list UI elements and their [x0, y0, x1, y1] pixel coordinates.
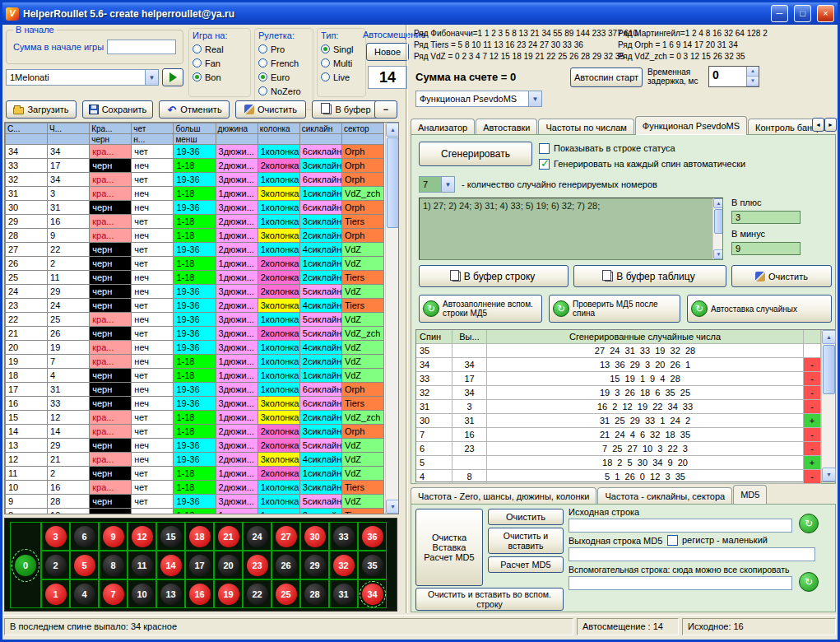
scrollbar-thumb[interactable] [714, 209, 723, 234]
close-button[interactable]: × [817, 5, 834, 22]
history-row[interactable]: 3317черннеч1-182дюжи...2колонка3сиклайнO… [6, 159, 384, 173]
md5-calc-button[interactable]: Расчет MD5 [488, 556, 564, 573]
board-cell[interactable]: 3 [41, 522, 70, 551]
board-cell[interactable]: 19 [214, 579, 243, 608]
play-button[interactable] [162, 68, 183, 86]
history-row[interactable]: 3234кра...чет19-363дюжи...1колонка6сикла… [6, 173, 384, 187]
bottom-tab[interactable]: MD5 [733, 485, 767, 504]
new-button[interactable]: Новое [366, 43, 409, 61]
md5-big-button[interactable]: Очистка Вставка Расчет MD5 [415, 509, 483, 586]
scroll-up-icon[interactable]: ▲ [713, 198, 723, 208]
history-row[interactable]: 2019кра...неч19-363дюжи...1колонка4сикла… [6, 341, 384, 355]
history-row[interactable]: 1221кра...неч19-362дюжи...3колонка4сикла… [6, 453, 384, 467]
copy-table-button[interactable]: В буфер таблицу [573, 265, 726, 287]
tab-scroll-left-icon[interactable]: ◄ [812, 118, 824, 132]
board-cell[interactable]: 12 [128, 522, 156, 551]
check-md5-button[interactable]: ↻ Проверить МД5 после спина [549, 295, 680, 323]
spins-row[interactable]: 71621 24 4 6 32 18 35- [416, 428, 834, 442]
board-cell[interactable]: 34 [358, 579, 387, 608]
history-row[interactable]: 2324чернчет19-362дюжи...3колонка4сиклайн… [6, 299, 384, 313]
history-row[interactable]: 2225кра...неч19-363дюжи...1колонка5сикла… [6, 313, 384, 327]
history-row[interactable]: 197кра...неч1-181дюжи...1колонка2сиклайн… [6, 355, 384, 369]
board-cell[interactable]: 10 [128, 579, 156, 608]
board-cell[interactable]: 29 [300, 551, 329, 579]
board-cell[interactable]: 9 [99, 522, 128, 551]
board-cell[interactable]: 7 [99, 579, 128, 608]
board-cell[interactable]: 4 [70, 579, 99, 608]
scroll-down-icon[interactable]: ▼ [386, 500, 399, 514]
delay-spinner[interactable]: 0 ▲ ▼ [708, 66, 759, 87]
board-cell[interactable]: 15 [156, 522, 185, 551]
board-cell[interactable]: 13 [156, 579, 185, 608]
history-row[interactable]: 810чернчет1-181дюжи...1колонка2сиклайнTi… [6, 509, 384, 515]
md5-clear-paste-button[interactable]: Очистить и вставить [488, 528, 564, 554]
history-row[interactable]: 1016кра...чет1-182дюжи...1колонка3сиклай… [6, 481, 384, 495]
history-row[interactable]: 1512кра...чет1-181дюжи...3колонка2сиклай… [6, 411, 384, 425]
recycle-source-button[interactable]: ↻ [799, 514, 819, 533]
top-tab[interactable]: Автоставки [476, 119, 537, 135]
copy-row-button[interactable]: В буфер строку [419, 265, 569, 287]
scroll-down-icon[interactable]: ▼ [713, 249, 723, 259]
board-cell[interactable]: 27 [271, 522, 300, 551]
function-combo[interactable]: Функционал PsevdoMS ▼ [415, 91, 542, 107]
radio-euro[interactable]: Euro [258, 70, 309, 84]
generated-scrollbar[interactable]: ▲ ▼ [712, 198, 723, 259]
spins-row[interactable]: 518 2 5 30 34 9 20+ [416, 456, 834, 470]
generated-numbers-area[interactable]: 1) 27; 2) 24; 3) 31; 4) 33; 5) 19; 6) 32… [419, 198, 723, 260]
minimize-button[interactable]: ─ [771, 5, 788, 22]
spins-row[interactable]: 3527 24 31 33 19 32 28 [416, 344, 834, 358]
history-row[interactable]: 262чернчет1-181дюжи...2колонка1сиклайнVd… [6, 257, 384, 271]
count-combo[interactable]: 7 ▼ [419, 176, 455, 193]
clear-generated-button[interactable]: Очистить [731, 265, 832, 287]
board-cell[interactable]: 2 [41, 551, 70, 579]
output-string-input[interactable] [569, 547, 815, 561]
board-cell[interactable]: 17 [185, 551, 214, 579]
show-status-checkbox[interactable]: Показывать в строке статуса [539, 143, 675, 154]
radio-french[interactable]: French [258, 56, 309, 70]
top-tab[interactable]: Функционал PsevdoMS [635, 116, 747, 135]
bottom-tab[interactable]: Частота - сиклайны, сектора [597, 487, 732, 504]
history-row[interactable]: 184чернчет1-181дюжи...1колонка1сиклайнVd… [6, 369, 384, 383]
history-row[interactable]: 1329черннеч19-363дюжи...2колонка5сиклайн… [6, 439, 384, 453]
history-row[interactable]: 2511черннеч1-181дюжи...2колонка2сиклайнT… [6, 271, 384, 285]
preset-combo[interactable]: 1Melonati ▼ [6, 69, 159, 86]
spins-row[interactable]: 343413 36 29 3 20 26 1- [416, 358, 834, 372]
history-row[interactable]: 313кра...неч1-181дюжи...3колонка1сиклайн… [6, 187, 384, 201]
toolbar-save-button[interactable]: Сохранить [82, 100, 153, 119]
history-row[interactable]: 928чернчет19-363дюжи...1колонка5сиклайнV… [6, 495, 384, 509]
spins-row[interactable]: 485 1 26 0 12 3 35- [416, 470, 834, 484]
radio-bon[interactable]: Bon [193, 70, 247, 84]
history-row[interactable]: 2126чернчет19-363дюжи...2колонка5сиклайн… [6, 327, 384, 341]
board-cell[interactable]: 33 [329, 522, 358, 551]
radio-live[interactable]: Live [321, 70, 362, 84]
spin-down-icon[interactable]: ▼ [747, 77, 759, 86]
board-cell[interactable]: 5 [70, 551, 99, 579]
board-cell[interactable]: 14 [156, 551, 185, 579]
radio-real[interactable]: Real [193, 42, 247, 56]
radio-fan[interactable]: Fan [193, 56, 247, 70]
spins-scrollbar[interactable]: ▲ ▼ [821, 330, 835, 482]
board-cell[interactable]: 25 [271, 579, 300, 608]
source-string-input[interactable] [569, 519, 792, 533]
history-row[interactable]: 289кра...неч1-181дюжи...3колонка2сиклайн… [6, 229, 384, 243]
board-cell[interactable]: 35 [358, 551, 387, 579]
history-scrollbar[interactable]: ▲ ▼ [385, 123, 399, 514]
board-cell[interactable]: 28 [300, 579, 329, 608]
history-row[interactable]: 1731черннеч19-363дюжи...1колонка6сиклайн… [6, 383, 384, 397]
top-tab[interactable]: Анализатор [411, 119, 475, 135]
board-cell[interactable]: 24 [243, 522, 271, 551]
chevron-down-icon[interactable]: ▼ [441, 177, 454, 192]
chevron-down-icon[interactable]: ▼ [145, 70, 158, 85]
board-cell[interactable]: 18 [185, 522, 214, 551]
auto-generate-checkbox[interactable]: Генерировать на каждый спин автоматическ… [539, 159, 745, 170]
toolbar-buffer-button[interactable]: В буфер [312, 100, 383, 119]
radio-multi[interactable]: Multi [321, 56, 362, 70]
board-cell[interactable]: 26 [271, 551, 300, 579]
scroll-down-icon[interactable]: ▼ [822, 468, 836, 482]
register-checkbox[interactable]: регистр - маленький [667, 535, 768, 546]
board-cell[interactable]: 22 [243, 579, 271, 608]
board-cell[interactable]: 30 [300, 522, 329, 551]
history-row[interactable]: 2722чернчет19-362дюжи...1колонка4сиклайн… [6, 243, 384, 257]
board-cell[interactable]: 16 [185, 579, 214, 608]
helper-string-input[interactable] [569, 576, 792, 590]
